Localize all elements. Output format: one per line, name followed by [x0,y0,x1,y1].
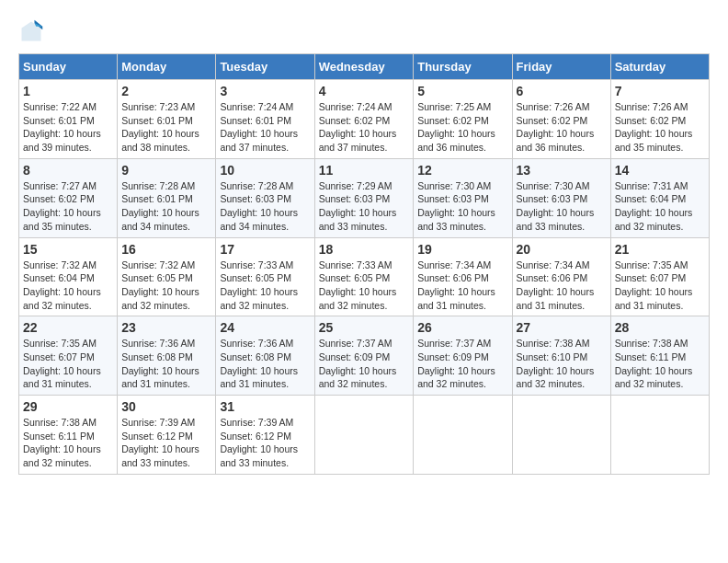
day-number: 8 [23,163,113,178]
calendar-cell: 20Sunrise: 7:34 AM Sunset: 6:06 PM Dayli… [512,237,610,316]
day-number: 20 [517,242,607,257]
calendar-cell: 2Sunrise: 7:23 AM Sunset: 6:01 PM Daylig… [118,80,216,159]
day-number: 25 [319,320,410,335]
day-number: 15 [23,242,113,257]
day-info: Sunrise: 7:32 AM Sunset: 6:05 PM Dayligh… [121,259,211,313]
logo-icon [18,18,44,44]
day-number: 18 [319,242,410,257]
day-info: Sunrise: 7:38 AM Sunset: 6:11 PM Dayligh… [23,416,113,470]
calendar-week: 29Sunrise: 7:38 AM Sunset: 6:11 PM Dayli… [19,396,710,475]
day-number: 12 [417,163,507,178]
day-info: Sunrise: 7:26 AM Sunset: 6:02 PM Dayligh… [615,100,705,155]
day-number: 13 [517,163,607,178]
calendar-cell: 14Sunrise: 7:31 AM Sunset: 6:04 PM Dayli… [610,158,709,237]
day-info: Sunrise: 7:23 AM Sunset: 6:01 PM Dayligh… [121,100,211,155]
day-number: 5 [417,84,507,98]
day-info: Sunrise: 7:24 AM Sunset: 6:01 PM Dayligh… [220,100,310,155]
day-number: 27 [517,320,607,335]
day-info: Sunrise: 7:32 AM Sunset: 6:04 PM Dayligh… [23,259,113,313]
calendar-week: 15Sunrise: 7:32 AM Sunset: 6:04 PM Dayli… [19,237,710,316]
calendar-cell [610,396,709,475]
day-number: 26 [417,320,507,335]
calendar-header: SundayMondayTuesdayWednesdayThursdayFrid… [19,54,710,80]
day-number: 7 [615,84,705,98]
day-info: Sunrise: 7:30 AM Sunset: 6:03 PM Dayligh… [417,179,507,234]
day-number: 16 [121,242,211,257]
day-number: 11 [319,163,410,178]
day-number: 17 [220,242,310,257]
weekday-header: Monday [118,54,216,80]
day-number: 4 [319,84,410,98]
day-number: 29 [23,399,113,414]
calendar-cell: 25Sunrise: 7:37 AM Sunset: 6:09 PM Dayli… [314,316,414,396]
calendar-cell [512,396,610,475]
day-info: Sunrise: 7:26 AM Sunset: 6:02 PM Dayligh… [517,100,607,155]
day-info: Sunrise: 7:39 AM Sunset: 6:12 PM Dayligh… [121,416,211,470]
day-number: 1 [23,84,113,98]
calendar-cell: 5Sunrise: 7:25 AM Sunset: 6:02 PM Daylig… [414,80,512,159]
weekday-header: Sunday [19,54,118,80]
day-info: Sunrise: 7:37 AM Sunset: 6:09 PM Dayligh… [417,337,507,391]
day-info: Sunrise: 7:38 AM Sunset: 6:10 PM Dayligh… [517,337,607,391]
day-info: Sunrise: 7:24 AM Sunset: 6:02 PM Dayligh… [319,100,410,155]
calendar-cell: 29Sunrise: 7:38 AM Sunset: 6:11 PM Dayli… [19,396,118,475]
day-number: 22 [23,320,113,335]
day-number: 24 [220,320,310,335]
calendar-cell: 17Sunrise: 7:33 AM Sunset: 6:05 PM Dayli… [216,237,314,316]
calendar-cell: 30Sunrise: 7:39 AM Sunset: 6:12 PM Dayli… [118,396,216,475]
calendar-cell: 26Sunrise: 7:37 AM Sunset: 6:09 PM Dayli… [414,316,512,396]
day-number: 9 [121,163,211,178]
calendar-cell: 9Sunrise: 7:28 AM Sunset: 6:01 PM Daylig… [118,158,216,237]
weekday-header: Tuesday [216,54,314,80]
calendar-cell: 3Sunrise: 7:24 AM Sunset: 6:01 PM Daylig… [216,80,314,159]
calendar-cell: 19Sunrise: 7:34 AM Sunset: 6:06 PM Dayli… [414,237,512,316]
day-info: Sunrise: 7:34 AM Sunset: 6:06 PM Dayligh… [417,259,507,313]
calendar-cell: 28Sunrise: 7:38 AM Sunset: 6:11 PM Dayli… [610,316,709,396]
day-info: Sunrise: 7:37 AM Sunset: 6:09 PM Dayligh… [319,337,410,391]
calendar-cell: 15Sunrise: 7:32 AM Sunset: 6:04 PM Dayli… [19,237,118,316]
day-info: Sunrise: 7:38 AM Sunset: 6:11 PM Dayligh… [615,337,705,391]
calendar-week: 1Sunrise: 7:22 AM Sunset: 6:01 PM Daylig… [19,80,710,159]
calendar-cell: 6Sunrise: 7:26 AM Sunset: 6:02 PM Daylig… [512,80,610,159]
day-number: 28 [615,320,705,335]
day-info: Sunrise: 7:28 AM Sunset: 6:03 PM Dayligh… [220,179,310,234]
weekday-header: Friday [512,54,610,80]
day-info: Sunrise: 7:22 AM Sunset: 6:01 PM Dayligh… [23,100,113,155]
day-info: Sunrise: 7:35 AM Sunset: 6:07 PM Dayligh… [23,337,113,391]
day-info: Sunrise: 7:36 AM Sunset: 6:08 PM Dayligh… [121,337,211,391]
day-info: Sunrise: 7:34 AM Sunset: 6:06 PM Dayligh… [517,259,607,313]
calendar-cell: 27Sunrise: 7:38 AM Sunset: 6:10 PM Dayli… [512,316,610,396]
calendar-cell: 21Sunrise: 7:35 AM Sunset: 6:07 PM Dayli… [610,237,709,316]
calendar-cell: 8Sunrise: 7:27 AM Sunset: 6:02 PM Daylig… [19,158,118,237]
calendar-cell: 24Sunrise: 7:36 AM Sunset: 6:08 PM Dayli… [216,316,314,396]
weekday-header: Saturday [610,54,709,80]
calendar-cell: 11Sunrise: 7:29 AM Sunset: 6:03 PM Dayli… [314,158,414,237]
weekday-header: Wednesday [314,54,414,80]
calendar-cell: 12Sunrise: 7:30 AM Sunset: 6:03 PM Dayli… [414,158,512,237]
day-info: Sunrise: 7:27 AM Sunset: 6:02 PM Dayligh… [23,179,113,234]
weekday-row: SundayMondayTuesdayWednesdayThursdayFrid… [19,54,710,80]
day-number: 30 [121,399,211,414]
calendar-cell: 23Sunrise: 7:36 AM Sunset: 6:08 PM Dayli… [118,316,216,396]
day-info: Sunrise: 7:31 AM Sunset: 6:04 PM Dayligh… [615,179,705,234]
calendar-cell: 18Sunrise: 7:33 AM Sunset: 6:05 PM Dayli… [314,237,414,316]
day-number: 21 [615,242,705,257]
calendar-cell: 1Sunrise: 7:22 AM Sunset: 6:01 PM Daylig… [19,80,118,159]
calendar-week: 8Sunrise: 7:27 AM Sunset: 6:02 PM Daylig… [19,158,710,237]
day-info: Sunrise: 7:36 AM Sunset: 6:08 PM Dayligh… [220,337,310,391]
day-info: Sunrise: 7:28 AM Sunset: 6:01 PM Dayligh… [121,179,211,234]
calendar-cell: 4Sunrise: 7:24 AM Sunset: 6:02 PM Daylig… [314,80,414,159]
header [18,18,710,44]
calendar-cell: 16Sunrise: 7:32 AM Sunset: 6:05 PM Dayli… [118,237,216,316]
calendar-week: 22Sunrise: 7:35 AM Sunset: 6:07 PM Dayli… [19,316,710,396]
day-number: 19 [417,242,507,257]
day-number: 6 [517,84,607,98]
day-info: Sunrise: 7:29 AM Sunset: 6:03 PM Dayligh… [319,179,410,234]
calendar: SundayMondayTuesdayWednesdayThursdayFrid… [18,53,710,475]
day-number: 3 [220,84,310,98]
calendar-body: 1Sunrise: 7:22 AM Sunset: 6:01 PM Daylig… [19,80,710,475]
day-number: 23 [121,320,211,335]
day-info: Sunrise: 7:30 AM Sunset: 6:03 PM Dayligh… [517,179,607,234]
calendar-cell [414,396,512,475]
calendar-cell: 31Sunrise: 7:39 AM Sunset: 6:12 PM Dayli… [216,396,314,475]
